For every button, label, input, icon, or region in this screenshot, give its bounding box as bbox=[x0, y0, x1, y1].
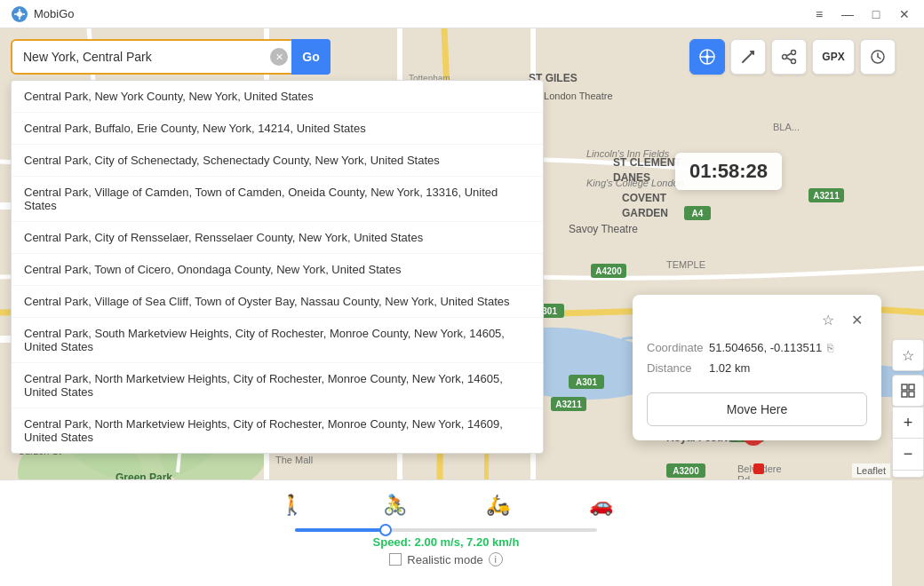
transport-modes: 🚶 🚴 🛵 🚗 bbox=[275, 489, 617, 521]
svg-text:A4: A4 bbox=[692, 209, 704, 218]
float-multi-stop-btn[interactable] bbox=[892, 375, 924, 407]
timer-display: 01:58:28 bbox=[675, 153, 782, 190]
svg-text:Savoy Theatre: Savoy Theatre bbox=[569, 223, 638, 235]
suggestion-item-9[interactable]: Central Park, North Marketview Heights, … bbox=[12, 408, 543, 453]
svg-text:COVENT: COVENT bbox=[622, 192, 667, 204]
svg-rect-109 bbox=[909, 384, 914, 390]
favorite-star-icon[interactable]: ☆ bbox=[817, 309, 839, 330]
map-attribution: Leaflet bbox=[852, 463, 890, 478]
speed-display: Speed: 2.00 m/s, 7.20 km/h bbox=[373, 535, 520, 549]
svg-point-100 bbox=[792, 51, 796, 55]
maximize-btn[interactable]: □ bbox=[864, 2, 888, 27]
route-btn[interactable] bbox=[730, 39, 766, 75]
share-btn[interactable] bbox=[771, 39, 807, 75]
title-bar: MobiGo ≡ — □ ✕ bbox=[0, 0, 924, 28]
suggestion-item-3[interactable]: Central Park, Village of Camden, Town of… bbox=[12, 177, 543, 222]
svg-text:A3211: A3211 bbox=[813, 191, 840, 201]
speed-slider-fill bbox=[295, 528, 386, 532]
svg-text:TEMPLE: TEMPLE bbox=[666, 259, 705, 270]
share-icon bbox=[781, 49, 797, 65]
multi-stop-icon bbox=[900, 383, 916, 399]
svg-line-104 bbox=[786, 58, 791, 60]
close-btn[interactable]: ✕ bbox=[892, 2, 917, 27]
realistic-mode-info-icon[interactable]: i bbox=[489, 552, 503, 566]
right-toolbar: GPX bbox=[689, 39, 896, 75]
speed-value: 2.00 m/s, 7.20 km/h bbox=[415, 535, 520, 549]
main-container: A301 A301 A3200 A301 A4 A3212 A3211 A320… bbox=[0, 28, 924, 586]
speed-slider-thumb bbox=[379, 524, 392, 536]
route-icon bbox=[740, 49, 756, 65]
speed-slider[interactable] bbox=[295, 528, 597, 532]
coordinate-row: Coordinate 51.504656, -0.113511 ⎘ bbox=[647, 341, 867, 354]
svg-text:ST CLEMENT: ST CLEMENT bbox=[613, 156, 681, 169]
moped-mode-btn[interactable]: 🛵 bbox=[482, 489, 514, 521]
app-logo-icon bbox=[11, 5, 28, 23]
gpx-btn[interactable]: GPX bbox=[812, 39, 855, 75]
search-clear-btn[interactable]: ✕ bbox=[270, 48, 288, 66]
svg-line-107 bbox=[878, 57, 880, 59]
svg-text:A301: A301 bbox=[576, 377, 597, 387]
menu-btn[interactable]: ≡ bbox=[807, 2, 832, 27]
svg-rect-108 bbox=[902, 384, 907, 390]
coordinate-label: Coordinate bbox=[647, 341, 709, 354]
window-controls: ≡ — □ ✕ bbox=[807, 0, 917, 28]
teleport-btn[interactable] bbox=[689, 39, 725, 75]
zoom-in-btn[interactable]: + bbox=[892, 407, 924, 439]
realistic-mode-checkbox[interactable] bbox=[389, 553, 402, 566]
app-title: MobiGo bbox=[34, 7, 75, 20]
float-favorite-btn[interactable]: ☆ bbox=[892, 339, 924, 371]
app-logo: MobiGo bbox=[11, 5, 75, 23]
walk-mode-btn[interactable]: 🚶 bbox=[275, 489, 307, 521]
timer-value: 01:58:28 bbox=[689, 160, 768, 182]
realistic-mode-label: Realistic mode bbox=[407, 553, 482, 566]
suggestion-item-1[interactable]: Central Park, Buffalo, Erie County, New … bbox=[12, 113, 543, 145]
distance-value: 1.02 km bbox=[709, 361, 750, 375]
svg-point-102 bbox=[783, 55, 787, 59]
svg-point-101 bbox=[792, 59, 796, 64]
svg-rect-75 bbox=[753, 463, 764, 474]
search-box: ✕ Go bbox=[11, 39, 331, 75]
popup-close-btn[interactable]: ✕ bbox=[846, 309, 867, 330]
go-button[interactable]: Go bbox=[291, 39, 331, 75]
svg-text:A3200: A3200 bbox=[673, 466, 699, 476]
svg-text:A4200: A4200 bbox=[595, 266, 622, 276]
svg-point-1 bbox=[17, 12, 22, 17]
svg-text:GARDEN: GARDEN bbox=[622, 207, 668, 219]
suggestions-dropdown: Central Park, New York County, New York,… bbox=[11, 80, 544, 454]
suggestion-item-8[interactable]: Central Park, North Marketview Heights, … bbox=[12, 363, 543, 408]
copy-icon[interactable]: ⎘ bbox=[827, 342, 833, 354]
suggestion-item-2[interactable]: Central Park, City of Schenectady, Schen… bbox=[12, 145, 543, 177]
bottom-panel: 🚶 🚴 🛵 🚗 Speed: 2.00 m/s, 7.20 km/h Reali… bbox=[0, 479, 892, 586]
zoom-controls: + − bbox=[892, 407, 924, 471]
svg-point-99 bbox=[705, 55, 709, 59]
realistic-mode-row: Realistic mode i bbox=[389, 552, 502, 566]
move-here-button[interactable]: Move Here bbox=[647, 392, 867, 426]
bicycle-mode-btn[interactable]: 🚴 bbox=[378, 489, 410, 521]
suggestion-item-6[interactable]: Central Park, Village of Sea Cliff, Town… bbox=[12, 286, 543, 318]
coordinate-value: 51.504656, -0.113511 bbox=[709, 341, 822, 354]
car-mode-btn[interactable]: 🚗 bbox=[585, 489, 617, 521]
svg-text:DANES: DANES bbox=[613, 171, 650, 184]
history-btn[interactable] bbox=[860, 39, 896, 75]
popup-header: ☆ ✕ bbox=[647, 309, 867, 330]
suggestion-item-7[interactable]: Central Park, South Marketview Heights, … bbox=[12, 318, 543, 363]
speed-slider-row bbox=[295, 528, 597, 532]
svg-rect-111 bbox=[909, 392, 914, 397]
teleport-icon bbox=[698, 48, 716, 66]
svg-rect-110 bbox=[902, 392, 907, 397]
svg-text:A3211: A3211 bbox=[555, 400, 582, 409]
distance-row: Distance 1.02 km bbox=[647, 361, 867, 375]
distance-label: Distance bbox=[647, 361, 709, 375]
suggestion-item-5[interactable]: Central Park, Town of Cicero, Onondaga C… bbox=[12, 254, 543, 286]
minimize-btn[interactable]: — bbox=[835, 2, 860, 27]
svg-line-103 bbox=[786, 53, 791, 56]
svg-text:BLA...: BLA... bbox=[773, 122, 800, 132]
suggestion-item-0[interactable]: Central Park, New York County, New York,… bbox=[12, 81, 543, 113]
speed-label: Speed: bbox=[373, 535, 411, 549]
coordinate-popup: ☆ ✕ Coordinate 51.504656, -0.113511 ⎘ Di… bbox=[633, 295, 881, 440]
history-icon bbox=[870, 49, 886, 65]
suggestion-item-4[interactable]: Central Park, City of Rensselaer, Rensse… bbox=[12, 222, 543, 254]
zoom-out-btn[interactable]: − bbox=[892, 439, 924, 471]
svg-text:The Mall: The Mall bbox=[275, 455, 313, 465]
